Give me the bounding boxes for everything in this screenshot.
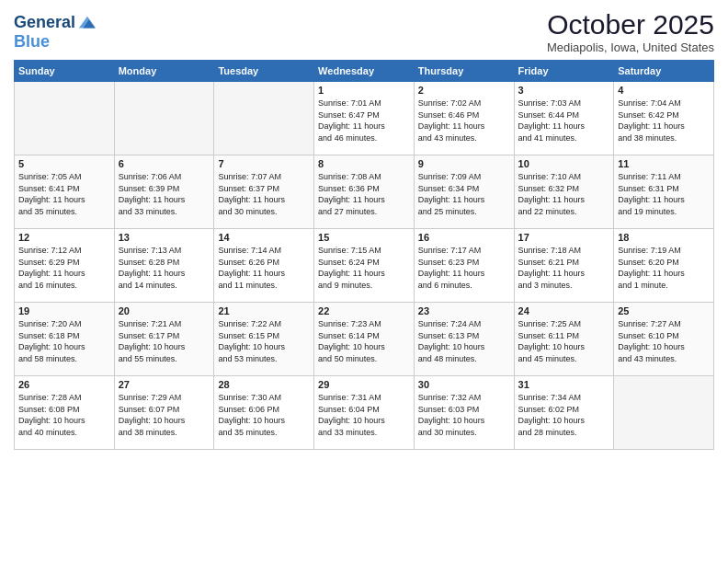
day-info: Sunrise: 7:32 AMSunset: 6:03 PMDaylight:… xyxy=(418,392,510,438)
day-number: 30 xyxy=(418,379,510,390)
calendar-container: General Blue October 2025 Mediapolis, Io… xyxy=(0,0,728,459)
day-number: 16 xyxy=(418,232,510,243)
calendar-cell: 14Sunrise: 7:14 AMSunset: 6:26 PMDayligh… xyxy=(214,229,314,303)
day-info: Sunrise: 7:09 AMSunset: 6:34 PMDaylight:… xyxy=(418,171,510,217)
day-number: 20 xyxy=(119,305,210,316)
day-info: Sunrise: 7:02 AMSunset: 6:46 PMDaylight:… xyxy=(418,98,510,144)
logo-blue: Blue xyxy=(14,33,50,52)
day-number: 23 xyxy=(418,305,510,316)
day-info: Sunrise: 7:19 AMSunset: 6:20 PMDaylight:… xyxy=(618,245,710,291)
day-number: 10 xyxy=(518,158,610,169)
calendar-table: SundayMondayTuesdayWednesdayThursdayFrid… xyxy=(14,60,714,450)
calendar-cell: 17Sunrise: 7:18 AMSunset: 6:21 PMDayligh… xyxy=(514,229,614,303)
day-number: 1 xyxy=(318,85,410,96)
calendar-cell: 28Sunrise: 7:30 AMSunset: 6:06 PMDayligh… xyxy=(214,376,314,450)
day-number: 14 xyxy=(218,232,310,243)
month-title: October 2025 xyxy=(547,9,714,40)
day-number: 31 xyxy=(518,379,610,390)
calendar-cell: 10Sunrise: 7:10 AMSunset: 6:32 PMDayligh… xyxy=(514,155,614,229)
calendar-cell: 1Sunrise: 7:01 AMSunset: 6:47 PMDaylight… xyxy=(314,82,415,155)
calendar-cell: 16Sunrise: 7:17 AMSunset: 6:23 PMDayligh… xyxy=(414,229,514,303)
title-block: October 2025 Mediapolis, Iowa, United St… xyxy=(547,9,714,54)
day-info: Sunrise: 7:06 AMSunset: 6:39 PMDaylight:… xyxy=(119,171,210,217)
day-info: Sunrise: 7:18 AMSunset: 6:21 PMDaylight:… xyxy=(518,245,610,291)
day-number: 18 xyxy=(618,232,710,243)
header: General Blue October 2025 Mediapolis, Io… xyxy=(14,9,714,54)
day-number: 26 xyxy=(18,379,110,390)
logo-general: General xyxy=(14,14,75,32)
day-info: Sunrise: 7:04 AMSunset: 6:42 PMDaylight:… xyxy=(618,98,710,144)
header-monday: Monday xyxy=(114,61,214,82)
day-number: 24 xyxy=(518,305,610,316)
day-info: Sunrise: 7:05 AMSunset: 6:41 PMDaylight:… xyxy=(18,171,110,217)
day-number: 27 xyxy=(119,379,210,390)
day-info: Sunrise: 7:01 AMSunset: 6:47 PMDaylight:… xyxy=(318,98,410,144)
day-number: 9 xyxy=(418,158,510,169)
calendar-cell: 26Sunrise: 7:28 AMSunset: 6:08 PMDayligh… xyxy=(15,376,115,450)
calendar-cell xyxy=(15,82,115,155)
day-info: Sunrise: 7:03 AMSunset: 6:44 PMDaylight:… xyxy=(518,98,610,144)
day-info: Sunrise: 7:31 AMSunset: 6:04 PMDaylight:… xyxy=(318,392,410,438)
day-info: Sunrise: 7:07 AMSunset: 6:37 PMDaylight:… xyxy=(218,171,310,217)
day-number: 5 xyxy=(18,158,110,169)
calendar-cell: 21Sunrise: 7:22 AMSunset: 6:15 PMDayligh… xyxy=(214,303,314,376)
day-number: 4 xyxy=(618,85,710,96)
week-row-2: 5Sunrise: 7:05 AMSunset: 6:41 PMDaylight… xyxy=(15,155,714,229)
logo: General Blue xyxy=(14,13,97,52)
day-number: 15 xyxy=(318,232,410,243)
week-row-1: 1Sunrise: 7:01 AMSunset: 6:47 PMDaylight… xyxy=(15,82,714,155)
day-info: Sunrise: 7:24 AMSunset: 6:13 PMDaylight:… xyxy=(418,318,510,364)
calendar-cell: 18Sunrise: 7:19 AMSunset: 6:20 PMDayligh… xyxy=(614,229,714,303)
header-sunday: Sunday xyxy=(15,61,115,82)
header-wednesday: Wednesday xyxy=(314,61,415,82)
day-info: Sunrise: 7:15 AMSunset: 6:24 PMDaylight:… xyxy=(318,245,410,291)
day-info: Sunrise: 7:25 AMSunset: 6:11 PMDaylight:… xyxy=(518,318,610,364)
day-info: Sunrise: 7:12 AMSunset: 6:29 PMDaylight:… xyxy=(18,245,110,291)
calendar-cell: 7Sunrise: 7:07 AMSunset: 6:37 PMDaylight… xyxy=(214,155,314,229)
day-number: 19 xyxy=(18,305,110,316)
day-number: 2 xyxy=(418,85,510,96)
day-info: Sunrise: 7:11 AMSunset: 6:31 PMDaylight:… xyxy=(618,171,710,217)
calendar-cell: 8Sunrise: 7:08 AMSunset: 6:36 PMDaylight… xyxy=(314,155,415,229)
day-info: Sunrise: 7:27 AMSunset: 6:10 PMDaylight:… xyxy=(618,318,710,364)
calendar-cell: 30Sunrise: 7:32 AMSunset: 6:03 PMDayligh… xyxy=(414,376,514,450)
day-info: Sunrise: 7:22 AMSunset: 6:15 PMDaylight:… xyxy=(218,318,310,364)
calendar-cell: 27Sunrise: 7:29 AMSunset: 6:07 PMDayligh… xyxy=(114,376,214,450)
header-thursday: Thursday xyxy=(414,61,514,82)
calendar-cell: 29Sunrise: 7:31 AMSunset: 6:04 PMDayligh… xyxy=(314,376,415,450)
day-info: Sunrise: 7:17 AMSunset: 6:23 PMDaylight:… xyxy=(418,245,510,291)
day-info: Sunrise: 7:21 AMSunset: 6:17 PMDaylight:… xyxy=(119,318,210,364)
day-info: Sunrise: 7:13 AMSunset: 6:28 PMDaylight:… xyxy=(119,245,210,291)
calendar-cell: 31Sunrise: 7:34 AMSunset: 6:02 PMDayligh… xyxy=(514,376,614,450)
day-number: 28 xyxy=(218,379,310,390)
calendar-cell: 20Sunrise: 7:21 AMSunset: 6:17 PMDayligh… xyxy=(114,303,214,376)
day-number: 12 xyxy=(18,232,110,243)
calendar-cell: 24Sunrise: 7:25 AMSunset: 6:11 PMDayligh… xyxy=(514,303,614,376)
calendar-cell: 22Sunrise: 7:23 AMSunset: 6:14 PMDayligh… xyxy=(314,303,415,376)
day-number: 7 xyxy=(218,158,310,169)
header-friday: Friday xyxy=(514,61,614,82)
day-number: 3 xyxy=(518,85,610,96)
calendar-cell: 3Sunrise: 7:03 AMSunset: 6:44 PMDaylight… xyxy=(514,82,614,155)
week-row-5: 26Sunrise: 7:28 AMSunset: 6:08 PMDayligh… xyxy=(15,376,714,450)
day-info: Sunrise: 7:14 AMSunset: 6:26 PMDaylight:… xyxy=(218,245,310,291)
calendar-cell: 11Sunrise: 7:11 AMSunset: 6:31 PMDayligh… xyxy=(614,155,714,229)
calendar-cell: 25Sunrise: 7:27 AMSunset: 6:10 PMDayligh… xyxy=(614,303,714,376)
day-info: Sunrise: 7:23 AMSunset: 6:14 PMDaylight:… xyxy=(318,318,410,364)
calendar-cell: 9Sunrise: 7:09 AMSunset: 6:34 PMDaylight… xyxy=(414,155,514,229)
day-number: 8 xyxy=(318,158,410,169)
day-info: Sunrise: 7:20 AMSunset: 6:18 PMDaylight:… xyxy=(18,318,110,364)
calendar-cell: 19Sunrise: 7:20 AMSunset: 6:18 PMDayligh… xyxy=(15,303,115,376)
logo-icon xyxy=(77,13,97,33)
calendar-cell xyxy=(114,82,214,155)
day-number: 22 xyxy=(318,305,410,316)
calendar-cell: 13Sunrise: 7:13 AMSunset: 6:28 PMDayligh… xyxy=(114,229,214,303)
calendar-cell: 12Sunrise: 7:12 AMSunset: 6:29 PMDayligh… xyxy=(15,229,115,303)
calendar-cell: 5Sunrise: 7:05 AMSunset: 6:41 PMDaylight… xyxy=(15,155,115,229)
day-info: Sunrise: 7:28 AMSunset: 6:08 PMDaylight:… xyxy=(18,392,110,438)
calendar-cell: 6Sunrise: 7:06 AMSunset: 6:39 PMDaylight… xyxy=(114,155,214,229)
day-info: Sunrise: 7:08 AMSunset: 6:36 PMDaylight:… xyxy=(318,171,410,217)
day-info: Sunrise: 7:34 AMSunset: 6:02 PMDaylight:… xyxy=(518,392,610,438)
day-info: Sunrise: 7:29 AMSunset: 6:07 PMDaylight:… xyxy=(119,392,210,438)
calendar-cell: 23Sunrise: 7:24 AMSunset: 6:13 PMDayligh… xyxy=(414,303,514,376)
